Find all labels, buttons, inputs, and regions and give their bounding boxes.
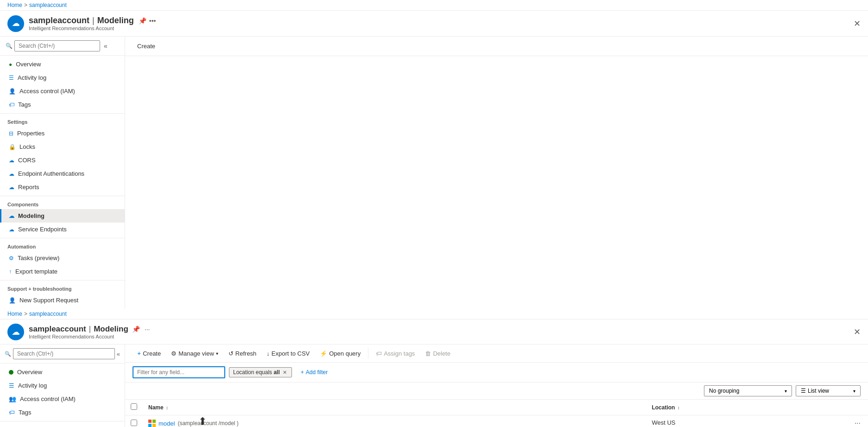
export-csv-button[interactable]: ↓ Export to CSV bbox=[262, 348, 314, 359]
modeling-icon: ☁ bbox=[9, 213, 14, 219]
breadcrumb-home[interactable]: Home bbox=[7, 2, 22, 8]
filter-remove-button[interactable]: ✕ bbox=[282, 370, 288, 376]
manage-view-icon: ⚙ bbox=[171, 350, 177, 357]
account-name: sampleaccount bbox=[29, 16, 89, 25]
row-context-menu-button[interactable]: ··· bbox=[853, 419, 862, 427]
name-column-label: Name bbox=[148, 404, 164, 411]
main-content: + Create ⚙ Manage view ▾ ↺ Refresh ↓ Exp… bbox=[125, 344, 868, 427]
list-view-label: List view bbox=[808, 388, 829, 394]
reports-icon: ☁ bbox=[9, 184, 14, 191]
grouping-select[interactable]: No grouping ▾ bbox=[704, 385, 792, 396]
toolbar: Create // inline render for create butto… bbox=[125, 37, 868, 56]
activity-log-icon: ☰ bbox=[9, 382, 14, 389]
sidebar-item-label: Activity log bbox=[18, 74, 46, 81]
sidebar-item-label: Service Endpoints bbox=[18, 226, 67, 233]
breadcrumb: Home > sampleaccount bbox=[0, 0, 868, 11]
sidebar-item-label: CORS bbox=[18, 157, 36, 164]
model-path: (sampleaccount /model ) bbox=[177, 420, 238, 427]
table-header-checkbox bbox=[125, 400, 143, 415]
activity-log-label: Activity log bbox=[18, 382, 47, 389]
account-icon: ☁ bbox=[7, 15, 24, 32]
pin-icon[interactable]: 📌 bbox=[139, 17, 146, 25]
sidebar-item-activity-log[interactable]: ☰ Activity log bbox=[0, 379, 125, 392]
sidebar-item-access-control[interactable]: 👥 Access control (IAM) bbox=[0, 392, 125, 406]
header-account-name: sampleaccount bbox=[29, 325, 86, 334]
sidebar-item-overview[interactable]: Overview bbox=[0, 365, 125, 379]
activity-log-icon: ☰ bbox=[9, 75, 14, 81]
export-csv-label: Export to CSV bbox=[272, 350, 310, 357]
grouping-label: No grouping bbox=[709, 388, 739, 394]
refresh-label: Refresh bbox=[235, 350, 257, 357]
delete-button[interactable]: 🗑 Delete bbox=[420, 348, 455, 359]
assign-tags-icon: 🏷 bbox=[376, 350, 382, 357]
page-header: ☁ sampleaccount | Modeling 📌 ••• Intelli… bbox=[0, 11, 868, 37]
sidebar-item-tags[interactable]: 🏷 Tags bbox=[0, 98, 125, 111]
sidebar-item-new-support[interactable]: 👤 New Support Request bbox=[0, 293, 125, 307]
assign-tags-button[interactable]: 🏷 Assign tags bbox=[371, 348, 419, 359]
breadcrumb-home-link[interactable]: Home bbox=[7, 311, 22, 317]
more-options-icon[interactable]: ••• bbox=[149, 17, 156, 25]
sidebar-item-endpoint-auth[interactable]: ☁ Endpoint Authentications bbox=[0, 167, 125, 180]
sidebar-item-export-template[interactable]: ↑ Export template bbox=[0, 265, 125, 278]
table-header-name[interactable]: Name ↕ bbox=[143, 400, 646, 415]
table-header-location[interactable]: Location ↕ bbox=[646, 400, 868, 415]
collapse-sidebar-button[interactable]: « bbox=[117, 351, 120, 357]
sidebar-item-reports[interactable]: ☁ Reports bbox=[0, 180, 125, 194]
pin-button[interactable]: 📌 bbox=[131, 325, 141, 334]
access-control-icon: 👤 bbox=[9, 88, 16, 95]
sidebar-item-modeling[interactable]: ☁ Modeling bbox=[0, 209, 125, 223]
open-query-label: Open query bbox=[329, 350, 361, 357]
sidebar-item-tasks[interactable]: ⚙ Tasks (preview) bbox=[0, 251, 125, 265]
sidebar-item-cors[interactable]: ☁ CORS bbox=[0, 153, 125, 167]
row-checkbox[interactable] bbox=[131, 420, 137, 426]
add-filter-button[interactable]: + Add filter bbox=[296, 367, 333, 378]
tags-icon: 🏷 bbox=[9, 102, 14, 108]
create-button[interactable]: Create bbox=[133, 40, 160, 52]
breadcrumb-bar: Home > sampleaccount bbox=[0, 309, 868, 319]
sidebar-item-overview[interactable]: ● Overview bbox=[0, 57, 125, 71]
select-all-checkbox[interactable] bbox=[131, 403, 137, 410]
refresh-button[interactable]: ↺ Refresh bbox=[224, 348, 261, 359]
assign-tags-label: Assign tags bbox=[384, 350, 415, 357]
manage-view-button[interactable]: ⚙ Manage view ▾ bbox=[166, 348, 223, 359]
sidebar-item-label: Overview bbox=[16, 61, 41, 68]
name-sort-icon: ↕ bbox=[166, 405, 168, 410]
sidebar-item-label: Reports bbox=[18, 184, 39, 191]
sidebar-item-access-control[interactable]: 👤 Access control (IAM) bbox=[0, 84, 125, 98]
content-area: Create // inline render for create butto… bbox=[125, 37, 868, 309]
sidebar-item-service-endpoints[interactable]: ☁ Service Endpoints bbox=[0, 223, 125, 236]
more-options-button[interactable]: ··· bbox=[144, 325, 151, 334]
nav-divider-support bbox=[0, 280, 125, 280]
search-input[interactable] bbox=[14, 40, 100, 51]
location-column-label: Location bbox=[652, 404, 675, 411]
collapse-sidebar-button[interactable]: « bbox=[102, 41, 109, 51]
header-divider: | bbox=[89, 325, 91, 334]
open-query-button[interactable]: ⚡ Open query bbox=[315, 348, 365, 359]
header-close-button[interactable]: ✕ bbox=[854, 327, 861, 337]
sidebar-item-tags[interactable]: 🏷 Tags bbox=[0, 406, 125, 419]
breadcrumb-account[interactable]: sampleaccount bbox=[29, 2, 67, 8]
main-toolbar: + Create ⚙ Manage view ▾ ↺ Refresh ↓ Exp… bbox=[125, 344, 868, 363]
sidebar-item-properties[interactable]: ⊟ Properties bbox=[0, 127, 125, 140]
close-button[interactable]: ✕ bbox=[854, 19, 861, 29]
breadcrumb-sep1: > bbox=[24, 2, 27, 8]
endpoint-auth-icon: ☁ bbox=[9, 171, 14, 177]
sidebar-nav: ● Overview ☰ Activity log 👤 Access contr… bbox=[0, 56, 125, 309]
sidebar-search-input[interactable] bbox=[13, 348, 115, 359]
toolbar-separator bbox=[368, 348, 368, 359]
sidebar-item-activity-log[interactable]: ☰ Activity log bbox=[0, 71, 125, 84]
model-name-link[interactable]: model bbox=[158, 420, 175, 427]
export-template-icon: ↑ bbox=[9, 268, 12, 275]
row-location-value: West US bbox=[652, 419, 675, 426]
grouping-chevron-icon: ▾ bbox=[785, 389, 787, 394]
list-view-select[interactable]: ☰ List view ▾ bbox=[796, 385, 861, 396]
breadcrumb-account-link[interactable]: sampleaccount bbox=[29, 311, 67, 317]
filter-input[interactable] bbox=[133, 366, 225, 378]
overview-label: Overview bbox=[17, 369, 42, 376]
create-button[interactable]: + Create bbox=[133, 347, 165, 359]
sidebar-item-label: Modeling bbox=[18, 212, 44, 219]
tags-label: Tags bbox=[19, 409, 31, 416]
tags-icon: 🏷 bbox=[9, 409, 15, 416]
sidebar-item-locks[interactable]: 🔒 Locks bbox=[0, 140, 125, 153]
delete-icon: 🗑 bbox=[425, 350, 431, 357]
